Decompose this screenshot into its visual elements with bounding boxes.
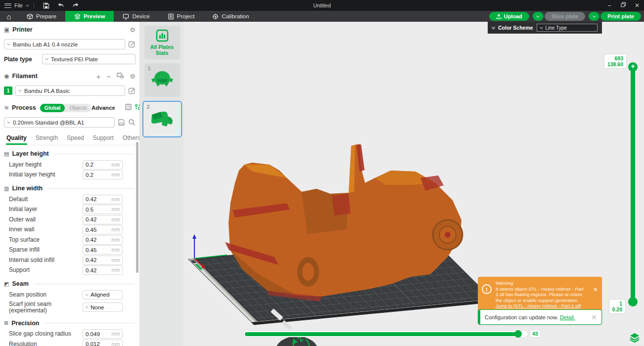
minimize-button[interactable]: – (602, 2, 616, 9)
filament-preset-select[interactable]: Bambu PLA Basic (15, 86, 125, 96)
filament-slot-badge[interactable]: 1 (4, 86, 12, 95)
compare-preset-icon[interactable] (135, 104, 140, 112)
scope-objects[interactable]: Objects (65, 104, 92, 112)
redo-button[interactable] (72, 2, 79, 8)
calibration-icon (212, 13, 219, 20)
printer-preset-select[interactable]: Bambu Lab A1 0.4 nozzle (4, 39, 125, 49)
edit-printer-icon[interactable] (128, 41, 136, 48)
setting-label: Scarf joint seam (experimental) (9, 300, 83, 315)
color-scheme-select[interactable]: Line Type (537, 24, 598, 32)
setting-input[interactable]: 0.42mm (83, 215, 123, 224)
warning-toast: ! Warning: It seems object STL - Heavy H… (478, 277, 602, 312)
setting-label: Top surface (9, 236, 83, 244)
printer-settings-gear-icon[interactable]: ⚙ (130, 26, 136, 34)
slice-dropdown-button[interactable] (533, 12, 544, 21)
setting-row: Sparse infill0.45mm (0, 245, 139, 256)
menu-icon[interactable] (4, 3, 11, 8)
setting-select[interactable]: None (83, 303, 123, 312)
sync-filament-icon[interactable] (117, 72, 124, 80)
scope-global[interactable]: Global (40, 104, 65, 112)
setting-label: Initial layer height (9, 171, 83, 179)
tab-project[interactable]: Project (159, 11, 204, 22)
print-plate-button[interactable]: Print plate (600, 12, 641, 21)
remove-filament-button[interactable]: − (107, 72, 111, 81)
tab-support[interactable]: Support (89, 132, 118, 145)
setting-row: Slice gap closing radius0.049mm (0, 329, 139, 340)
close-button[interactable]: ✕ (630, 2, 644, 9)
all-plates-stats-card[interactable]: All Plates Stats (144, 26, 180, 59)
main-nav: ⌂ Prepare Preview Device Project Calibra… (0, 11, 644, 22)
config-close-icon[interactable]: ✕ (587, 313, 601, 321)
axes-indicator (192, 234, 227, 269)
slice-plate-button[interactable]: Slice plate (545, 12, 585, 21)
setting-label: Sparse infill (9, 246, 83, 254)
tab-speed[interactable]: Speed (62, 132, 89, 145)
plate-2-thumbnail[interactable]: 2 (142, 101, 182, 137)
section-header-layer-height: ▤Layer height (0, 148, 139, 160)
layer-slider-top-handle[interactable]: + (628, 62, 638, 72)
model-heavy-helmet-part2[interactable] (225, 144, 462, 302)
setting-input[interactable]: 0.42mm (83, 195, 123, 204)
tab-device[interactable]: Device (114, 11, 158, 22)
setting-row: Top surface0.42mm (0, 235, 139, 245)
collapse-legend-icon[interactable] (492, 26, 495, 30)
setting-input[interactable]: 0.42mm (83, 265, 123, 275)
tab-calibration[interactable]: Calibration (203, 11, 258, 22)
file-menu[interactable]: File (14, 2, 23, 8)
setting-row: Inner wall0.45mm (0, 225, 139, 235)
save-button[interactable] (43, 2, 49, 9)
move-slider-track[interactable]: 43 (243, 331, 528, 337)
move-slider-handle[interactable] (514, 330, 522, 338)
plate-type-select[interactable]: Textured PEI Plate (42, 54, 136, 64)
plate-corner-tab (271, 308, 283, 320)
plate-1-thumbnail[interactable]: 1 (144, 63, 180, 97)
filament-settings-gear-icon[interactable]: ⚙ (130, 73, 136, 80)
save-preset-icon[interactable] (118, 119, 125, 126)
setting-select[interactable]: Aligned (83, 290, 123, 300)
setting-input[interactable]: 0.049mm (83, 329, 123, 339)
section-rule (54, 154, 135, 154)
divider (34, 2, 34, 8)
layer-slider-track[interactable] (631, 67, 635, 303)
chevron-down-icon (85, 292, 89, 296)
setting-input[interactable]: 0.42mm (83, 235, 123, 245)
chevron-down-icon[interactable] (26, 3, 29, 6)
setting-row: Resolution0.012mm (0, 339, 139, 346)
tab-quality[interactable]: Quality (2, 132, 31, 145)
setting-label: Internal solid infill (9, 256, 83, 264)
print-dropdown-button[interactable] (589, 12, 599, 21)
tab-strength[interactable]: Strength (31, 132, 62, 145)
undo-button[interactable] (57, 2, 64, 8)
setting-input[interactable]: 0.2mm (83, 170, 123, 179)
setting-input[interactable]: 0.45mm (83, 245, 123, 255)
plate-corner-tab (281, 320, 292, 331)
setting-input[interactable]: 0.5mm (83, 205, 123, 214)
layers-icon[interactable] (629, 332, 640, 343)
tab-preview[interactable]: Preview (65, 11, 114, 22)
warning-title: Warning: (496, 280, 514, 286)
upload-icon (496, 14, 502, 19)
chevron-down-icon (45, 57, 48, 60)
process-preset-select[interactable]: 0.20mm Standard @BBL A1 (4, 117, 115, 128)
parameter-table-icon[interactable] (125, 104, 132, 112)
add-filament-button[interactable]: + (96, 72, 101, 81)
warning-jump-link[interactable]: Jump to [STL - Heavy Helmet - Part 2.stl… (496, 303, 581, 309)
edit-filament-icon[interactable] (128, 87, 136, 94)
config-detail-link[interactable]: Detail. (560, 314, 575, 320)
tab-prepare[interactable]: Prepare (18, 11, 65, 22)
setting-input[interactable]: 0.42mm (83, 256, 123, 265)
panel-scrollbar[interactable] (136, 142, 138, 273)
viewport-3d[interactable]: 2 Color Scheme Line Type 693 138.60 + 1 … (184, 22, 644, 346)
restore-button[interactable] (616, 2, 630, 9)
setting-input[interactable]: 0.45mm (83, 225, 123, 234)
warning-close-icon[interactable]: ✕ (593, 286, 598, 309)
setting-input[interactable]: 0.2mm (83, 160, 123, 170)
search-icon[interactable] (128, 119, 136, 126)
setting-input[interactable]: 0.012mm (83, 340, 123, 346)
layer-slider-bottom-handle[interactable] (628, 297, 638, 306)
upload-button[interactable]: Upload (489, 12, 529, 21)
settings-list: ▤Layer heightLayer height0.2mmInitial la… (0, 148, 139, 346)
warning-icon: ! (482, 284, 492, 294)
layer-top-tooltip: 693 138.60 (604, 54, 626, 68)
home-button[interactable]: ⌂ (0, 12, 18, 21)
